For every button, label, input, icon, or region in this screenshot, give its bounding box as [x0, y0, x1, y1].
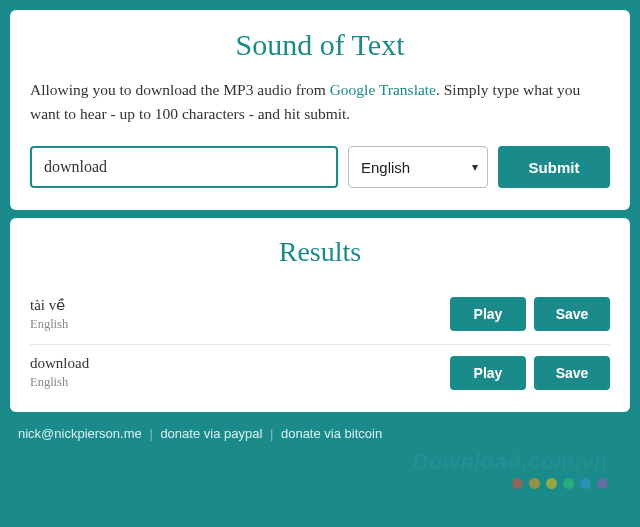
- footer-separator: |: [149, 426, 152, 441]
- text-input[interactable]: [30, 146, 338, 188]
- dot-icon: [597, 478, 608, 489]
- language-select-wrap: English: [348, 146, 488, 188]
- result-row: tài về English Play Save: [30, 286, 610, 345]
- save-button[interactable]: Save: [534, 297, 610, 331]
- footer-email-link[interactable]: nick@nickpierson.me: [18, 426, 142, 441]
- results-title: Results: [30, 236, 610, 268]
- result-actions: Play Save: [450, 297, 610, 331]
- submit-button[interactable]: Submit: [498, 146, 610, 188]
- footer-paypal-link[interactable]: donate via paypal: [160, 426, 262, 441]
- results-card: Results tài về English Play Save downloa…: [10, 218, 630, 412]
- footer: nick@nickpierson.me | donate via paypal …: [10, 420, 630, 441]
- result-language: English: [30, 317, 450, 332]
- dot-icon: [546, 478, 557, 489]
- watermark-text: Download.com.vn: [412, 449, 608, 475]
- footer-separator: |: [270, 426, 273, 441]
- main-card: Sound of Text Allowing you to download t…: [10, 10, 630, 210]
- result-text: tài về: [30, 296, 450, 314]
- result-actions: Play Save: [450, 356, 610, 390]
- page-title: Sound of Text: [30, 28, 610, 62]
- result-language: English: [30, 375, 450, 390]
- result-row: download English Play Save: [30, 345, 610, 402]
- watermark-dots: [512, 478, 608, 489]
- dot-icon: [563, 478, 574, 489]
- dot-icon: [529, 478, 540, 489]
- input-form: English Submit: [30, 146, 610, 188]
- result-info: download English: [30, 355, 450, 390]
- save-button[interactable]: Save: [534, 356, 610, 390]
- description: Allowing you to download the MP3 audio f…: [30, 78, 610, 126]
- language-select[interactable]: English: [348, 146, 488, 188]
- play-button[interactable]: Play: [450, 356, 526, 390]
- play-button[interactable]: Play: [450, 297, 526, 331]
- dot-icon: [580, 478, 591, 489]
- result-text: download: [30, 355, 450, 372]
- google-translate-link[interactable]: Google Translate: [330, 81, 436, 98]
- footer-bitcoin-link[interactable]: donate via bitcoin: [281, 426, 382, 441]
- dot-icon: [512, 478, 523, 489]
- result-info: tài về English: [30, 296, 450, 332]
- desc-text-before: Allowing you to download the MP3 audio f…: [30, 81, 330, 98]
